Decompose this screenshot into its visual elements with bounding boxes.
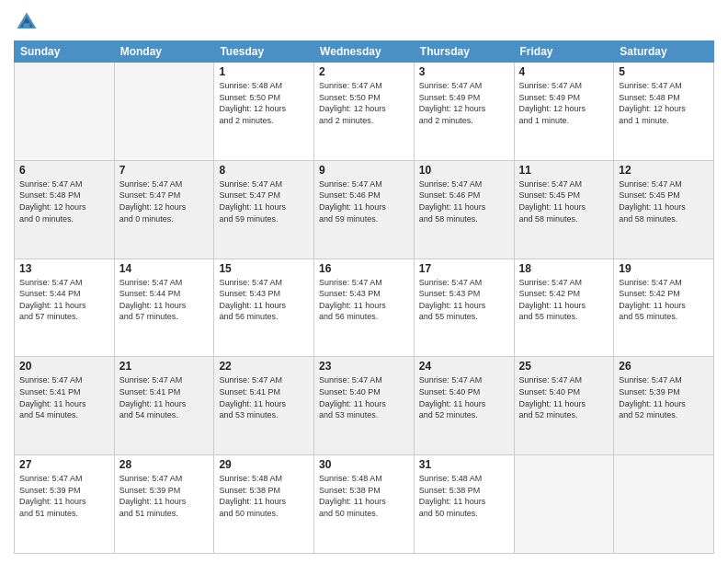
calendar-cell: 28Sunrise: 5:47 AM Sunset: 5:39 PM Dayli… xyxy=(114,455,214,554)
calendar-cell: 2Sunrise: 5:47 AM Sunset: 5:50 PM Daylig… xyxy=(314,63,415,161)
calendar-cell: 12Sunrise: 5:47 AM Sunset: 5:45 PM Dayli… xyxy=(614,160,714,259)
day-number: 30 xyxy=(319,458,409,471)
day-info: Sunrise: 5:47 AM Sunset: 5:47 PM Dayligh… xyxy=(219,178,309,224)
week-row-3: 13Sunrise: 5:47 AM Sunset: 5:44 PM Dayli… xyxy=(15,259,714,357)
calendar-cell: 25Sunrise: 5:47 AM Sunset: 5:40 PM Dayli… xyxy=(514,357,614,455)
calendar-cell: 24Sunrise: 5:47 AM Sunset: 5:40 PM Dayli… xyxy=(414,357,514,455)
calendar-cell: 13Sunrise: 5:47 AM Sunset: 5:44 PM Dayli… xyxy=(15,259,115,357)
day-number: 4 xyxy=(519,65,609,78)
day-number: 5 xyxy=(619,65,709,78)
week-row-5: 27Sunrise: 5:47 AM Sunset: 5:39 PM Dayli… xyxy=(15,455,714,554)
weekday-saturday: Saturday xyxy=(614,41,714,63)
weekday-header-row: SundayMondayTuesdayWednesdayThursdayFrid… xyxy=(15,41,714,63)
day-number: 28 xyxy=(119,458,210,471)
calendar-cell: 1Sunrise: 5:48 AM Sunset: 5:50 PM Daylig… xyxy=(214,63,314,161)
weekday-wednesday: Wednesday xyxy=(314,41,415,63)
day-info: Sunrise: 5:47 AM Sunset: 5:44 PM Dayligh… xyxy=(19,277,109,323)
calendar-cell: 23Sunrise: 5:47 AM Sunset: 5:40 PM Dayli… xyxy=(314,357,415,455)
day-info: Sunrise: 5:47 AM Sunset: 5:41 PM Dayligh… xyxy=(119,374,210,420)
day-number: 20 xyxy=(19,360,109,373)
calendar-cell xyxy=(15,63,115,161)
day-number: 15 xyxy=(219,262,309,275)
calendar: SundayMondayTuesdayWednesdayThursdayFrid… xyxy=(14,40,714,554)
day-number: 18 xyxy=(519,262,609,275)
weekday-monday: Monday xyxy=(114,41,214,63)
calendar-cell: 17Sunrise: 5:47 AM Sunset: 5:43 PM Dayli… xyxy=(414,259,514,357)
day-info: Sunrise: 5:47 AM Sunset: 5:43 PM Dayligh… xyxy=(419,277,509,323)
week-row-4: 20Sunrise: 5:47 AM Sunset: 5:41 PM Dayli… xyxy=(15,357,714,455)
day-info: Sunrise: 5:47 AM Sunset: 5:50 PM Dayligh… xyxy=(319,80,409,126)
calendar-cell: 19Sunrise: 5:47 AM Sunset: 5:42 PM Dayli… xyxy=(614,259,714,357)
day-info: Sunrise: 5:48 AM Sunset: 5:38 PM Dayligh… xyxy=(219,473,309,519)
day-number: 11 xyxy=(519,164,609,177)
day-info: Sunrise: 5:47 AM Sunset: 5:40 PM Dayligh… xyxy=(319,374,409,420)
day-number: 24 xyxy=(419,360,509,373)
day-info: Sunrise: 5:47 AM Sunset: 5:48 PM Dayligh… xyxy=(19,178,109,224)
day-info: Sunrise: 5:47 AM Sunset: 5:49 PM Dayligh… xyxy=(419,80,509,126)
day-info: Sunrise: 5:47 AM Sunset: 5:48 PM Dayligh… xyxy=(619,80,709,126)
calendar-cell: 29Sunrise: 5:48 AM Sunset: 5:38 PM Dayli… xyxy=(214,455,314,554)
day-number: 26 xyxy=(619,360,709,373)
day-info: Sunrise: 5:47 AM Sunset: 5:43 PM Dayligh… xyxy=(319,277,409,323)
calendar-cell: 18Sunrise: 5:47 AM Sunset: 5:42 PM Dayli… xyxy=(514,259,614,357)
calendar-cell: 30Sunrise: 5:48 AM Sunset: 5:38 PM Dayli… xyxy=(314,455,415,554)
week-row-1: 1Sunrise: 5:48 AM Sunset: 5:50 PM Daylig… xyxy=(15,63,714,161)
weekday-thursday: Thursday xyxy=(414,41,514,63)
day-info: Sunrise: 5:47 AM Sunset: 5:45 PM Dayligh… xyxy=(619,178,709,224)
day-info: Sunrise: 5:47 AM Sunset: 5:47 PM Dayligh… xyxy=(119,178,210,224)
day-info: Sunrise: 5:47 AM Sunset: 5:42 PM Dayligh… xyxy=(619,277,709,323)
day-number: 12 xyxy=(619,164,709,177)
day-number: 14 xyxy=(119,262,210,275)
page: SundayMondayTuesdayWednesdayThursdayFrid… xyxy=(0,0,728,563)
day-info: Sunrise: 5:48 AM Sunset: 5:38 PM Dayligh… xyxy=(319,473,409,519)
calendar-cell: 26Sunrise: 5:47 AM Sunset: 5:39 PM Dayli… xyxy=(614,357,714,455)
day-info: Sunrise: 5:47 AM Sunset: 5:43 PM Dayligh… xyxy=(219,277,309,323)
day-number: 6 xyxy=(19,164,109,177)
day-number: 27 xyxy=(19,458,109,471)
day-info: Sunrise: 5:47 AM Sunset: 5:49 PM Dayligh… xyxy=(519,80,609,126)
svg-rect-2 xyxy=(24,23,30,29)
day-number: 31 xyxy=(419,458,509,471)
day-number: 17 xyxy=(419,262,509,275)
weekday-friday: Friday xyxy=(514,41,614,63)
day-number: 1 xyxy=(219,65,309,78)
day-info: Sunrise: 5:47 AM Sunset: 5:39 PM Dayligh… xyxy=(19,473,109,519)
day-info: Sunrise: 5:47 AM Sunset: 5:40 PM Dayligh… xyxy=(519,374,609,420)
calendar-cell xyxy=(614,455,714,554)
logo-icon xyxy=(14,9,40,35)
day-info: Sunrise: 5:47 AM Sunset: 5:39 PM Dayligh… xyxy=(119,473,210,519)
day-info: Sunrise: 5:47 AM Sunset: 5:46 PM Dayligh… xyxy=(419,178,509,224)
calendar-cell: 21Sunrise: 5:47 AM Sunset: 5:41 PM Dayli… xyxy=(114,357,214,455)
day-info: Sunrise: 5:47 AM Sunset: 5:44 PM Dayligh… xyxy=(119,277,210,323)
calendar-cell: 27Sunrise: 5:47 AM Sunset: 5:39 PM Dayli… xyxy=(15,455,115,554)
calendar-cell xyxy=(114,63,214,161)
calendar-cell xyxy=(514,455,614,554)
calendar-cell: 16Sunrise: 5:47 AM Sunset: 5:43 PM Dayli… xyxy=(314,259,415,357)
day-number: 10 xyxy=(419,164,509,177)
day-info: Sunrise: 5:47 AM Sunset: 5:41 PM Dayligh… xyxy=(19,374,109,420)
day-number: 29 xyxy=(219,458,309,471)
calendar-cell: 31Sunrise: 5:48 AM Sunset: 5:38 PM Dayli… xyxy=(414,455,514,554)
weekday-tuesday: Tuesday xyxy=(214,41,314,63)
calendar-cell: 9Sunrise: 5:47 AM Sunset: 5:46 PM Daylig… xyxy=(314,160,415,259)
day-info: Sunrise: 5:48 AM Sunset: 5:38 PM Dayligh… xyxy=(419,473,509,519)
day-number: 21 xyxy=(119,360,210,373)
calendar-cell: 5Sunrise: 5:47 AM Sunset: 5:48 PM Daylig… xyxy=(614,63,714,161)
calendar-cell: 22Sunrise: 5:47 AM Sunset: 5:41 PM Dayli… xyxy=(214,357,314,455)
calendar-cell: 6Sunrise: 5:47 AM Sunset: 5:48 PM Daylig… xyxy=(15,160,115,259)
week-row-2: 6Sunrise: 5:47 AM Sunset: 5:48 PM Daylig… xyxy=(15,160,714,259)
day-number: 22 xyxy=(219,360,309,373)
day-number: 7 xyxy=(119,164,210,177)
day-number: 9 xyxy=(319,164,409,177)
calendar-cell: 20Sunrise: 5:47 AM Sunset: 5:41 PM Dayli… xyxy=(15,357,115,455)
calendar-cell: 14Sunrise: 5:47 AM Sunset: 5:44 PM Dayli… xyxy=(114,259,214,357)
day-number: 25 xyxy=(519,360,609,373)
day-info: Sunrise: 5:47 AM Sunset: 5:42 PM Dayligh… xyxy=(519,277,609,323)
logo xyxy=(14,9,43,35)
calendar-cell: 11Sunrise: 5:47 AM Sunset: 5:45 PM Dayli… xyxy=(514,160,614,259)
day-number: 16 xyxy=(319,262,409,275)
calendar-cell: 7Sunrise: 5:47 AM Sunset: 5:47 PM Daylig… xyxy=(114,160,214,259)
day-info: Sunrise: 5:47 AM Sunset: 5:40 PM Dayligh… xyxy=(419,374,509,420)
day-info: Sunrise: 5:47 AM Sunset: 5:41 PM Dayligh… xyxy=(219,374,309,420)
day-info: Sunrise: 5:48 AM Sunset: 5:50 PM Dayligh… xyxy=(219,80,309,126)
